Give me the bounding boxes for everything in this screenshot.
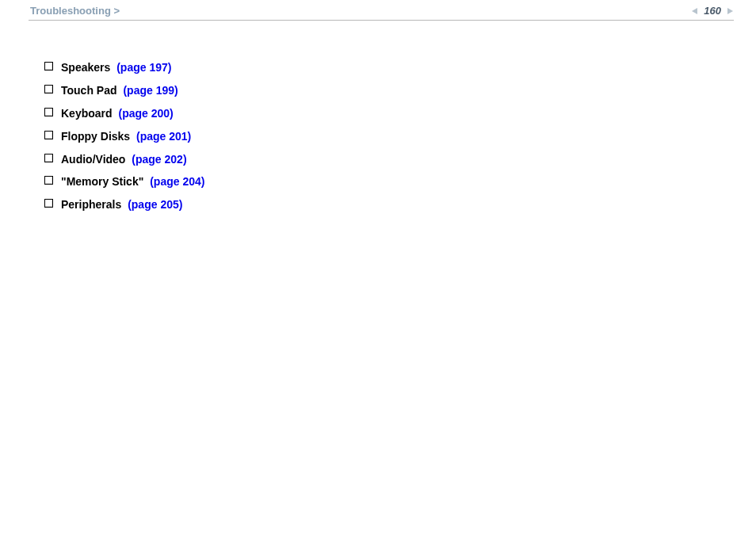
list-item: Speakers (page 197) (44, 60, 756, 75)
list-item: Peripherals (page 205) (44, 197, 756, 212)
page-header: Troubleshooting > 160 (0, 0, 756, 20)
bullet-icon (44, 199, 53, 208)
page-number: 160 (704, 5, 721, 17)
page-link[interactable]: (page 201) (136, 130, 191, 143)
bullet-icon (44, 108, 53, 116)
next-page-button[interactable] (726, 7, 734, 15)
breadcrumb[interactable]: Troubleshooting > (30, 5, 120, 17)
arrow-left-icon (691, 7, 699, 15)
page-link[interactable]: (page 197) (116, 61, 171, 74)
list-item: Audio/Video (page 202) (44, 152, 756, 167)
arrow-right-icon (726, 7, 734, 15)
list-item: Touch Pad (page 199) (44, 83, 756, 98)
item-label: Floppy Disks (61, 130, 130, 143)
prev-page-button[interactable] (691, 7, 699, 15)
list-item: Keyboard (page 200) (44, 106, 756, 121)
bullet-icon (44, 131, 53, 139)
bullet-icon (44, 85, 53, 93)
item-label: Peripherals (61, 198, 121, 211)
item-label: Touch Pad (61, 84, 117, 97)
list-item: Floppy Disks (page 201) (44, 129, 756, 144)
svg-marker-1 (727, 8, 733, 14)
item-label: "Memory Stick" (61, 175, 143, 188)
content-list: Speakers (page 197) Touch Pad (page 199)… (0, 21, 756, 212)
item-label: Speakers (61, 61, 110, 74)
svg-marker-0 (692, 8, 697, 14)
bullet-icon (44, 154, 53, 162)
list-item: "Memory Stick" (page 204) (44, 174, 756, 189)
page-link[interactable]: (page 202) (132, 153, 186, 166)
bullet-icon (44, 176, 53, 185)
page-navigation: 160 (691, 5, 734, 17)
page-link[interactable]: (page 204) (150, 175, 204, 188)
bullet-icon (44, 62, 53, 71)
page-link[interactable]: (page 200) (118, 107, 173, 120)
page-link[interactable]: (page 205) (128, 198, 182, 211)
page-link[interactable]: (page 199) (123, 84, 178, 97)
item-label: Keyboard (61, 107, 113, 120)
item-label: Audio/Video (61, 153, 125, 166)
